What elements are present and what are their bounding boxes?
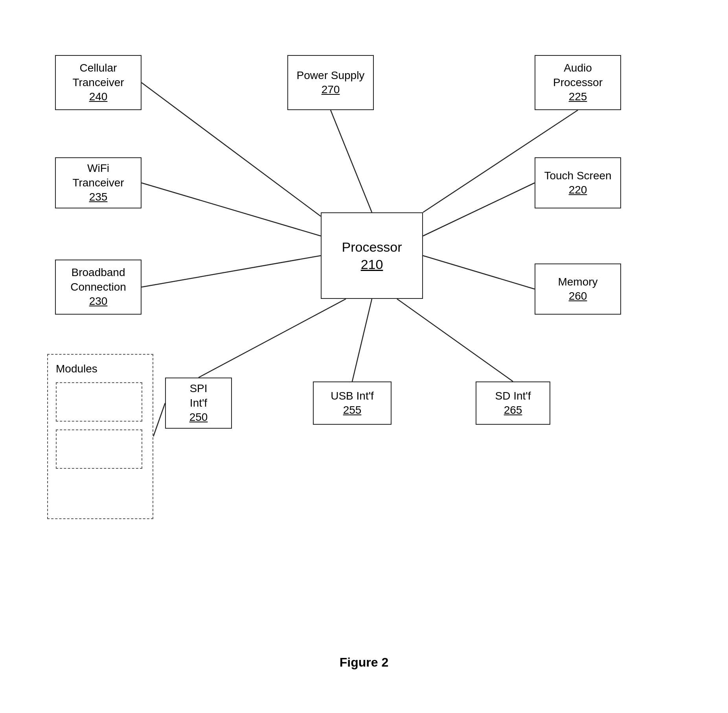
cellular-label: CellularTranceiver [72,61,124,90]
audio-num: 225 [569,90,587,104]
broadband-num: 230 [89,294,108,308]
spi-num: 250 [189,410,208,424]
power-box: Power Supply 270 [287,55,374,110]
sd-box: SD Int'f 265 [476,381,550,425]
svg-line-7 [199,299,346,378]
power-num: 270 [322,83,340,97]
processor-num: 210 [361,256,383,273]
broadband-box: BroadbandConnection 230 [55,260,142,315]
svg-line-0 [331,110,372,212]
broadband-label: BroadbandConnection [70,265,126,294]
memory-num: 260 [569,289,587,303]
processor-box: Processor 210 [321,212,423,299]
figure-caption: Figure 2 [24,655,704,670]
svg-line-5 [142,183,321,236]
svg-line-10 [153,403,165,437]
usb-label: USB Int'f [331,389,374,403]
modules-inner-box-1 [56,382,142,422]
memory-box: Memory 260 [535,263,621,315]
spi-label: SPIInt'f [189,381,207,410]
modules-label: Modules [56,363,97,375]
cellular-num: 240 [89,90,108,104]
modules-inner-box-2 [56,429,142,469]
touch-num: 220 [569,183,587,197]
touch-label: Touch Screen [544,169,611,183]
audio-box: AudioProcessor 225 [535,55,621,110]
usb-box: USB Int'f 255 [313,381,392,425]
touch-box: Touch Screen 220 [535,157,621,208]
wifi-num: 235 [89,190,108,204]
spi-box: SPIInt'f 250 [165,378,232,429]
svg-line-6 [142,256,321,287]
svg-line-9 [397,299,513,381]
diagram: Processor 210 Power Supply 270 AudioProc… [24,24,704,689]
sd-num: 265 [504,403,522,417]
usb-num: 255 [343,403,362,417]
svg-line-3 [423,256,535,289]
cellular-box: CellularTranceiver 240 [55,55,142,110]
svg-line-8 [352,299,372,381]
wifi-label: WiFiTranceiver [72,161,124,190]
power-label: Power Supply [297,68,365,83]
memory-label: Memory [558,275,597,289]
modules-outer-box: Modules [47,354,153,519]
wifi-box: WiFiTranceiver 235 [55,157,142,208]
processor-label: Processor [342,238,402,256]
audio-label: AudioProcessor [553,61,603,90]
sd-label: SD Int'f [495,389,531,403]
svg-line-2 [423,183,535,236]
